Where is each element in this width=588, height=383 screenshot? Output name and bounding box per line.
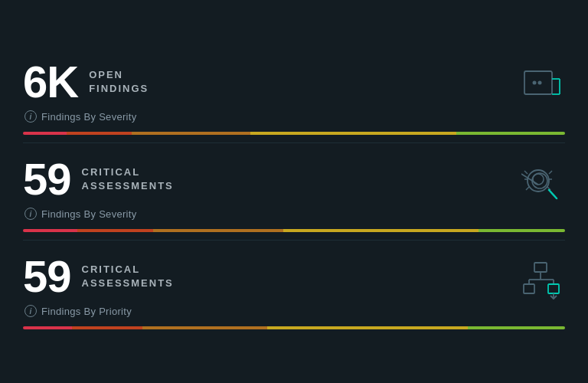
card-number: 6K: [23, 60, 78, 104]
svg-rect-24: [548, 284, 559, 293]
card-label: OPEN FINDINGS: [89, 68, 149, 96]
bar-segment-critical: [23, 229, 77, 232]
info-icon[interactable]: i: [24, 208, 37, 220]
bar-segment-medium: [153, 229, 283, 232]
card-header: 59 CRITICAL ASSESSMENTS: [23, 157, 174, 201]
svg-line-15: [549, 190, 557, 198]
bar-segment-low: [283, 229, 479, 232]
svg-point-16: [532, 173, 547, 188]
svg-line-8: [524, 171, 528, 174]
card-label-line1: OPEN: [89, 68, 149, 82]
card-label-line2: ASSESSMENTS: [82, 179, 174, 193]
info-icon[interactable]: i: [24, 305, 37, 317]
card-subtitle: i Findings By Severity: [24, 208, 174, 220]
bar-segment-critical: [23, 326, 72, 329]
card-icon-ellipsis-box: [519, 63, 565, 109]
svg-rect-22: [524, 284, 534, 293]
severity-bar: [23, 326, 565, 329]
bar-segment-medium: [132, 132, 251, 135]
bar-segment-info: [468, 326, 565, 329]
svg-line-12: [526, 187, 529, 190]
card-critical-assessments-1: 59 CRITICAL ASSESSMENTS i Findings By Se…: [23, 143, 565, 240]
card-content: 6K OPEN FINDINGS i Findings By Severity: [23, 60, 565, 123]
severity-bar: [23, 229, 565, 232]
card-left: 59 CRITICAL ASSESSMENTS i Findings By Pr…: [23, 254, 174, 317]
card-content: 59 CRITICAL ASSESSMENTS i Findings By Se…: [23, 157, 565, 220]
card-icon-bug-search: [519, 160, 565, 206]
bar-segment-high: [77, 229, 153, 232]
bar-segment-info: [456, 132, 565, 135]
card-left: 6K OPEN FINDINGS i Findings By Severity: [23, 60, 149, 123]
card-open-findings: 6K OPEN FINDINGS i Findings By Severity: [23, 46, 565, 142]
bar-segment-critical: [23, 132, 67, 135]
card-label-line1: CRITICAL: [82, 165, 174, 179]
bar-segment-low: [250, 132, 456, 135]
severity-bar: [23, 132, 565, 135]
card-header: 59 CRITICAL ASSESSMENTS: [23, 254, 174, 299]
card-label: CRITICAL ASSESSMENTS: [82, 263, 174, 290]
card-label-line2: ASSESSMENTS: [82, 277, 174, 290]
card-header: 6K OPEN FINDINGS: [23, 60, 149, 104]
bar-segment-high: [72, 326, 142, 329]
card-critical-assessments-2: 59 CRITICAL ASSESSMENTS i Findings By Pr…: [23, 241, 565, 337]
svg-line-14: [521, 174, 538, 185]
card-number: 59: [23, 157, 71, 201]
svg-point-4: [533, 81, 537, 85]
bar-segment-high: [67, 132, 132, 135]
bar-segment-info: [479, 229, 565, 232]
bar-segment-medium: [142, 326, 267, 329]
svg-rect-17: [534, 263, 547, 272]
subtitle-text: Findings By Severity: [41, 208, 137, 220]
card-subtitle: i Findings By Priority: [24, 305, 174, 317]
card-label: CRITICAL ASSESSMENTS: [82, 165, 174, 193]
card-label-line1: CRITICAL: [82, 263, 174, 277]
subtitle-text: Findings By Severity: [41, 111, 137, 123]
card-number: 59: [23, 254, 71, 299]
card-content: 59 CRITICAL ASSESSMENTS i Findings By Pr…: [23, 254, 565, 317]
card-icon-hierarchy-down: [519, 257, 565, 303]
card-left: 59 CRITICAL ASSESSMENTS i Findings By Se…: [23, 157, 174, 220]
svg-line-9: [549, 171, 552, 174]
svg-point-5: [538, 81, 542, 85]
bar-segment-low: [267, 326, 468, 329]
card-subtitle: i Findings By Severity: [24, 110, 149, 123]
card-label-line2: FINDINGS: [89, 82, 149, 96]
subtitle-text: Findings By Priority: [41, 306, 132, 317]
info-icon[interactable]: i: [24, 110, 37, 123]
